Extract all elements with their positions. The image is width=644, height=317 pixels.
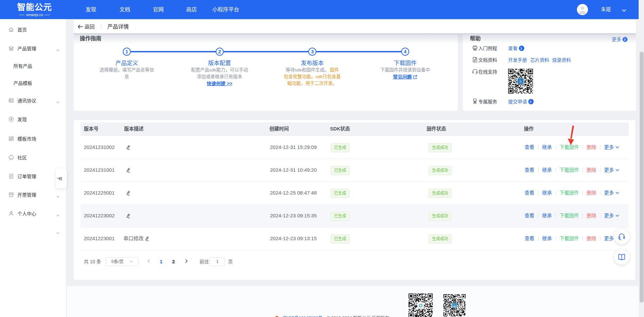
svg-text:smartpi: smartpi <box>519 82 522 83</box>
svg-text:∿: ∿ <box>453 304 455 306</box>
